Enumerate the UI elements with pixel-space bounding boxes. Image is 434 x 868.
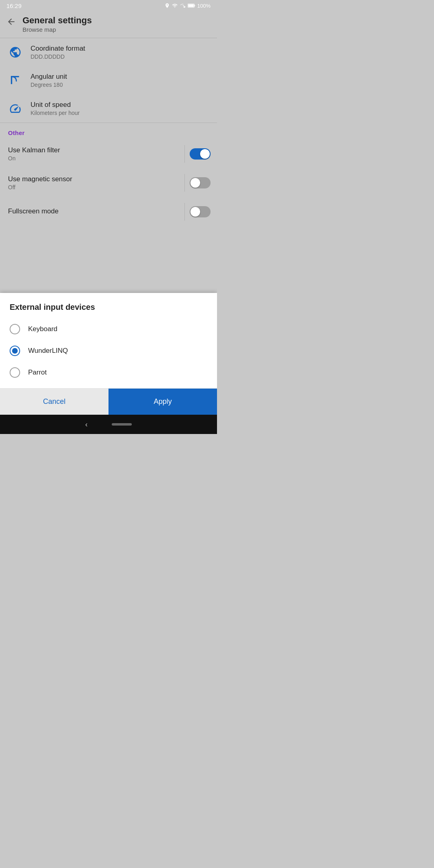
wunderlinq-label: WunderLINQ <box>28 347 68 355</box>
nav-home-pill[interactable] <box>112 423 132 426</box>
magnetic-sensor-item[interactable]: Use magnetic sensor Off <box>0 168 217 197</box>
external-input-dialog: External input devices Keyboard WunderLI… <box>0 293 217 415</box>
globe-icon <box>8 45 23 59</box>
wunderlinq-option[interactable]: WunderLINQ <box>0 340 217 362</box>
parrot-radio[interactable] <box>10 367 20 378</box>
other-section-header: Other <box>0 123 217 139</box>
apply-button[interactable]: Apply <box>108 389 217 415</box>
app-bar: General settings Browse map <box>0 11 217 38</box>
toggle-thumb-3 <box>190 207 200 217</box>
unit-of-speed-label: Unit of speed <box>31 101 80 109</box>
unit-of-speed-value: Kilometers per hour <box>31 110 80 116</box>
unit-of-speed-item[interactable]: Unit of speed Kilometers per hour <box>0 94 217 123</box>
angular-unit-value: Degrees 180 <box>31 82 67 88</box>
navigation-bar: ‹ <box>0 415 217 434</box>
kalman-filter-label: Use Kalman filter <box>8 146 180 154</box>
dialog-title: External input devices <box>0 301 217 318</box>
cancel-button[interactable]: Cancel <box>0 389 108 415</box>
keyboard-option[interactable]: Keyboard <box>0 318 217 340</box>
toggle-divider-3 <box>184 203 185 221</box>
dialog-buttons: Cancel Apply <box>0 388 217 415</box>
settings-list: Coordinate format DDD.DDDDD Angular unit… <box>0 38 217 226</box>
kalman-filter-toggle[interactable] <box>190 148 211 160</box>
wifi-icon <box>172 3 178 8</box>
angular-unit-item[interactable]: Angular unit Degrees 180 <box>0 66 217 94</box>
status-bar: 16:29 100% <box>0 0 217 11</box>
speed-icon <box>8 101 23 116</box>
magnetic-sensor-value: Off <box>8 184 180 190</box>
magnetic-sensor-toggle[interactable] <box>190 177 211 188</box>
angle-icon <box>8 73 23 88</box>
parrot-option[interactable]: Parrot <box>0 362 217 383</box>
coordinate-format-item[interactable]: Coordinate format DDD.DDDDD <box>0 38 217 66</box>
status-time: 16:29 <box>6 2 22 9</box>
coordinate-format-value: DDD.DDDDD <box>31 53 85 60</box>
toggle-thumb <box>200 149 210 159</box>
battery-percent: 100% <box>197 3 211 9</box>
svg-rect-2 <box>188 4 194 7</box>
coordinate-format-label: Coordinate format <box>31 45 85 53</box>
toggle-divider-2 <box>184 174 185 192</box>
fullscreen-mode-item[interactable]: Fullscreen mode <box>0 197 217 226</box>
parrot-label: Parrot <box>28 368 47 377</box>
signal-icon <box>180 3 186 8</box>
toggle-divider <box>184 145 185 163</box>
magnetic-sensor-label: Use magnetic sensor <box>8 175 180 183</box>
kalman-filter-value: On <box>8 155 180 162</box>
wunderlinq-radio[interactable] <box>10 346 20 356</box>
fullscreen-mode-label: Fullscreen mode <box>8 207 180 215</box>
page-title: General settings <box>23 15 92 26</box>
location-icon <box>164 3 170 8</box>
kalman-filter-item[interactable]: Use Kalman filter On <box>0 139 217 168</box>
back-button[interactable] <box>6 15 16 29</box>
page-subtitle: Browse map <box>23 26 92 33</box>
radio-selected-dot <box>12 348 18 354</box>
toggle-thumb-2 <box>190 178 200 188</box>
angular-unit-label: Angular unit <box>31 73 67 81</box>
svg-rect-1 <box>194 5 195 6</box>
battery-icon <box>188 3 196 8</box>
nav-back-button[interactable]: ‹ <box>85 420 88 429</box>
keyboard-label: Keyboard <box>28 325 57 333</box>
keyboard-radio[interactable] <box>10 324 20 334</box>
fullscreen-mode-toggle[interactable] <box>190 206 211 217</box>
status-icons: 100% <box>164 3 211 9</box>
